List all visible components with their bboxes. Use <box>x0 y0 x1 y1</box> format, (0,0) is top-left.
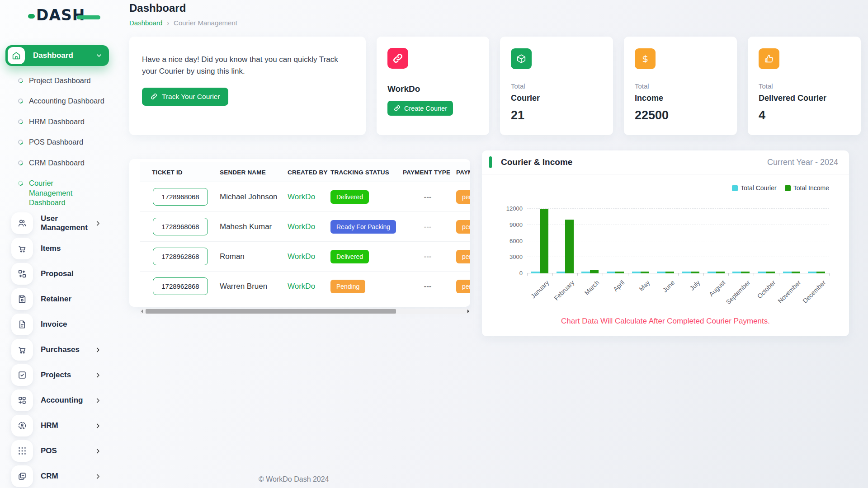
created-by-link[interactable]: WorkDo <box>288 182 330 212</box>
legend-item-total-income[interactable]: Total Income <box>785 184 829 192</box>
sidebar-item-label: HRM <box>41 421 94 430</box>
x-axis-label: February <box>552 279 576 302</box>
dot-icon <box>17 77 24 84</box>
bar-group-october <box>754 209 779 273</box>
bar-chart: 030006000900012000JanuaryFebruaryMarchAp… <box>527 209 829 273</box>
sidebar-item-projects[interactable]: Projects <box>0 362 114 388</box>
ticket-id-button[interactable]: 1728968068 <box>153 218 208 235</box>
courier-table: TICKET IDSENDER NAMECREATED BYTRACKING S… <box>140 162 470 301</box>
accent-bar <box>489 156 492 168</box>
sidebar-item-invoice[interactable]: Invoice <box>0 312 114 337</box>
track-your-courier-button[interactable]: Track Your Courier <box>142 88 228 106</box>
created-by-link[interactable]: WorkDo <box>288 212 330 242</box>
total-courier-bar <box>557 272 565 273</box>
dollar-icon <box>635 48 656 69</box>
tracking-status-badge: Delivered <box>330 190 369 204</box>
courier-income-chart-card: Courier & Income Current Year - 2024 Tot… <box>482 150 849 336</box>
sidebar-item-purchases[interactable]: Purchases <box>0 337 114 362</box>
total-income-bar <box>792 272 800 273</box>
total-income-bar <box>741 272 750 273</box>
scroll-left-arrow-icon[interactable] <box>141 310 143 313</box>
x-axis-label: January <box>529 279 551 300</box>
bar-groups <box>527 209 829 273</box>
projects-icon <box>11 364 33 386</box>
stat-total-label: Total <box>635 82 726 90</box>
created-by-link[interactable]: WorkDo <box>288 242 330 272</box>
column-header: CREATED BY <box>288 162 330 182</box>
bar-group-august <box>703 209 729 273</box>
scrollbar-thumb[interactable] <box>146 309 396 314</box>
sidebar-subitem-accounting-dashboard[interactable]: Accounting Dashboard <box>0 91 114 111</box>
sidebar-subitem-courier-management-dashboard[interactable]: Courier Management Dashboard <box>0 173 114 213</box>
sidebar-subitem-pos-dashboard[interactable]: POS Dashboard <box>0 132 114 152</box>
sidebar-item-proposal[interactable]: Proposal <box>0 261 114 286</box>
sidebar-item-user-management[interactable]: User Management <box>0 211 114 236</box>
sidebar-item-items[interactable]: Items <box>0 236 114 261</box>
sidebar-item-label: Proposal <box>41 269 114 278</box>
breadcrumb-current: Courier Management <box>174 19 237 27</box>
payment-status-badge: pending <box>456 250 470 263</box>
y-axis-tick-label: 6000 <box>500 238 523 244</box>
sidebar-item-pos[interactable]: POS <box>0 438 114 464</box>
accounting-icon <box>11 389 33 411</box>
x-axis-tick <box>678 273 679 276</box>
create-courier-button[interactable]: Create Courier <box>387 101 453 116</box>
stat-card-delivered-courier: TotalDelivered Courier4 <box>748 37 861 135</box>
proposal-icon <box>11 263 33 285</box>
sidebar-item-hrm[interactable]: HRM <box>0 413 114 438</box>
package-icon <box>511 48 532 69</box>
bar-group-may <box>628 209 653 273</box>
total-courier-bar <box>708 272 716 273</box>
chevron-right-icon <box>94 347 101 353</box>
stat-total-label: Total <box>511 82 602 90</box>
y-axis-tick-label: 3000 <box>500 253 523 260</box>
sidebar-subitem-project-dashboard[interactable]: Project Dashboard <box>0 70 114 91</box>
ticket-id-button[interactable]: 1728968068 <box>153 188 208 206</box>
sidebar-subitem-label: Project Dashboard <box>29 76 91 85</box>
chart-period: Current Year - 2024 <box>767 158 838 167</box>
tracking-status-badge: Ready For Packing <box>330 220 396 234</box>
ticket-id-button[interactable]: 1728962868 <box>153 248 208 265</box>
payment-type-cell: --- <box>403 212 453 242</box>
table-row: 1728962868RomanWorkDoDelivered---pending <box>140 242 470 272</box>
payment-status-badge: pending <box>456 190 470 204</box>
breadcrumb-dashboard-link[interactable]: Dashboard <box>129 19 162 27</box>
total-income-bar <box>540 209 548 273</box>
sidebar-subitem-hrm-dashboard[interactable]: HRM Dashboard <box>0 112 114 132</box>
sidebar-item-retainer[interactable]: Retainer <box>0 286 114 312</box>
app-logo: DASH <box>28 6 85 24</box>
top-cards-row: Have a nice day! Did you know that you c… <box>129 37 861 135</box>
payment-status-badge: pending <box>456 280 470 293</box>
legend-item-total-courier[interactable]: Total Courier <box>732 184 776 192</box>
x-axis-tick <box>552 273 553 276</box>
sidebar-subitem-crm-dashboard[interactable]: CRM Dashboard <box>0 153 114 173</box>
total-income-bar <box>816 272 825 273</box>
ticket-id-button[interactable]: 1728962868 <box>153 277 208 295</box>
x-axis-label: April <box>612 279 626 293</box>
total-courier-bar <box>607 272 615 273</box>
x-axis-tick <box>653 273 653 276</box>
sidebar-item-crm[interactable]: CRM <box>0 464 114 488</box>
sender-name-cell: Roman <box>220 242 288 272</box>
dot-icon <box>17 160 24 166</box>
bar-group-september <box>728 209 754 273</box>
sidebar-item-dashboard[interactable]: Dashboard <box>5 45 109 66</box>
crm-icon <box>11 465 33 487</box>
pos-icon <box>11 440 33 462</box>
column-header: TICKET ID <box>140 162 220 182</box>
column-header: SENDER NAME <box>220 162 288 182</box>
stat-value: 22500 <box>635 108 726 122</box>
breadcrumb: Dashboard › Courier Management <box>129 19 861 27</box>
main-content: Dashboard Dashboard › Courier Management… <box>129 0 861 336</box>
page: DASH Dashboard Project DashboardAccounti… <box>0 0 868 488</box>
created-by-link[interactable]: WorkDo <box>288 272 330 301</box>
y-axis-tick-label: 0 <box>500 270 523 277</box>
sidebar-item-accounting[interactable]: Accounting <box>0 388 114 413</box>
horizontal-scrollbar[interactable] <box>140 309 470 314</box>
scroll-right-arrow-icon[interactable] <box>467 310 469 313</box>
x-axis-label: July <box>688 279 701 292</box>
sidebar-subitem-label: HRM Dashboard <box>29 117 85 127</box>
dot-icon <box>17 118 24 125</box>
workdo-card: WorkDo Create Courier <box>377 37 489 135</box>
y-axis-tick-label: 9000 <box>500 221 523 228</box>
